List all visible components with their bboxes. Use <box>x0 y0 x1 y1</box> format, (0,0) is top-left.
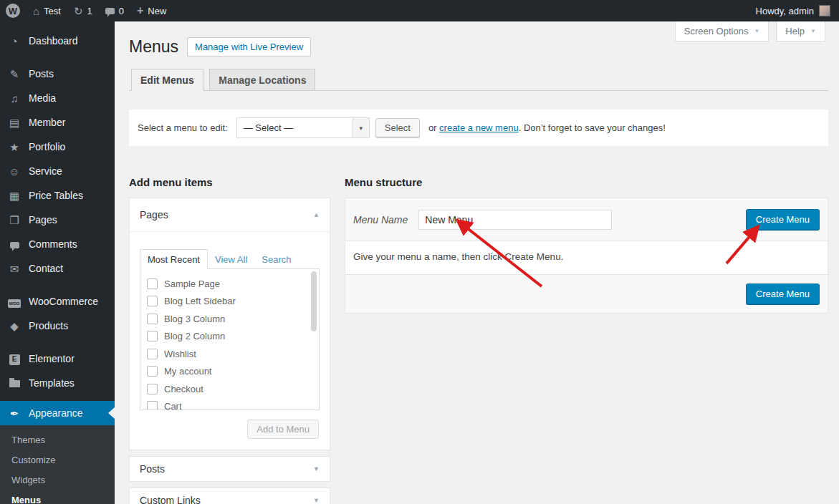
submenu-item-menus[interactable]: Menus <box>0 490 115 504</box>
woocommerce-icon: WOO <box>7 296 21 308</box>
submenu-item-themes[interactable]: Themes <box>0 430 115 450</box>
sidebar-label: Service <box>29 165 62 177</box>
menu-structure-column: Menu structure Menu Name Create Menu Giv… <box>345 176 828 504</box>
submenu-item-widgets[interactable]: Widgets <box>0 470 115 490</box>
sidebar-label: Media <box>29 92 56 104</box>
products-icon: ◆ <box>7 321 21 331</box>
sidebar-item-elementor[interactable]: E Elementor <box>0 346 115 371</box>
checkbox[interactable] <box>147 296 158 306</box>
updates-link[interactable]: ↻ 1 <box>74 6 92 16</box>
page-checkbox-row[interactable]: My account <box>147 363 306 381</box>
sidebar-item-media[interactable]: ♫ Media <box>0 86 115 110</box>
create-menu-button-top[interactable]: Create Menu <box>746 209 820 230</box>
sidebar-item-pages[interactable]: ❐ Pages <box>0 208 115 232</box>
sidebar-item-appearance[interactable]: ✒ Appearance <box>0 401 115 425</box>
checkbox[interactable] <box>147 314 158 324</box>
portfolio-icon: ★ <box>7 142 21 152</box>
sidebar-item-service[interactable]: ☺ Service <box>0 159 115 183</box>
sidebar-item-price-tables[interactable]: ▦ Price Tables <box>0 183 115 208</box>
new-label: New <box>148 6 166 16</box>
screen-options-button[interactable]: Screen Options ▼ <box>675 21 770 42</box>
checkbox[interactable] <box>147 278 158 289</box>
menu-separator <box>0 281 115 289</box>
checkbox[interactable] <box>147 384 158 394</box>
screen-options-label: Screen Options <box>684 26 749 37</box>
admin-bar-left: W ⌂ Test ↻ 1 0 + New <box>6 4 166 18</box>
add-to-menu-button[interactable]: Add to Menu <box>247 420 319 439</box>
create-menu-button-bottom[interactable]: Create Menu <box>746 284 820 304</box>
tab-manage-locations[interactable]: Manage Locations <box>209 69 315 90</box>
site-link[interactable]: ⌂ Test <box>33 6 61 16</box>
sidebar-item-templates[interactable]: Templates <box>0 371 115 395</box>
sidebar-item-posts[interactable]: ✎ Posts <box>0 62 115 86</box>
sidebar-label: Dashboard <box>29 35 78 47</box>
pages-icon: ❐ <box>7 215 21 226</box>
scrollbar-thumb[interactable] <box>311 271 317 331</box>
pages-panel-header[interactable]: Pages ▲ <box>130 198 330 231</box>
wordpress-logo-icon[interactable]: W <box>6 4 20 18</box>
sidebar-item-member[interactable]: ▤ Member <box>0 110 115 135</box>
tab-view-all[interactable]: View All <box>208 250 254 269</box>
posts-panel[interactable]: Posts ▼ <box>129 456 330 482</box>
page-item-label: Sample Page <box>164 278 220 289</box>
reminder-text: . Don’t forget to save your changes! <box>519 122 666 133</box>
menu-select-bar: Select a menu to edit: — Select — ▾ Sele… <box>129 110 828 146</box>
page-checkbox-row[interactable]: Blog 2 Column <box>147 328 306 346</box>
new-content-link[interactable]: + New <box>137 4 166 17</box>
media-icon: ♫ <box>7 93 21 104</box>
select-button[interactable]: Select <box>375 118 420 137</box>
checkbox[interactable] <box>147 401 158 410</box>
comments-link[interactable]: 0 <box>105 6 124 16</box>
main-content: Screen Options ▼ Help ▼ Menus Manage wit… <box>115 21 839 504</box>
help-label: Help <box>785 26 805 37</box>
page-checkbox-row[interactable]: Sample Page <box>147 275 306 293</box>
sidebar-label: Pages <box>29 214 57 226</box>
sidebar-item-woocommerce[interactable]: WOO WooCommerce <box>0 289 115 314</box>
submenu-item-customize[interactable]: Customize <box>0 450 115 470</box>
menu-separator <box>0 338 115 346</box>
custom-links-panel-title: Custom Links <box>140 495 201 504</box>
sidebar-label: Elementor <box>29 353 75 364</box>
menu-select-dropdown[interactable]: — Select — ▾ <box>236 117 370 138</box>
sidebar-label: Member <box>29 117 65 128</box>
custom-links-panel[interactable]: Custom Links ▼ <box>129 488 330 504</box>
sidebar-item-contact[interactable]: ✉ Contact <box>0 256 115 281</box>
page-item-label: Blog 3 Column <box>164 314 225 324</box>
create-new-menu-link[interactable]: create a new menu <box>439 122 519 133</box>
menu-name-input[interactable] <box>418 210 612 230</box>
page-checkbox-row[interactable]: Cart <box>147 398 306 411</box>
sidebar-item-dashboard[interactable]: ◔ Dashboard <box>0 29 115 53</box>
sidebar-item-portfolio[interactable]: ★ Portfolio <box>0 135 115 159</box>
page-checkbox-row[interactable]: Checkout <box>147 380 306 398</box>
appearance-submenu: Themes Customize Widgets Menus <box>0 425 115 504</box>
page-checkbox-row[interactable]: Blog 3 Column <box>147 310 306 328</box>
tab-search[interactable]: Search <box>254 250 298 269</box>
sidebar-label: Posts <box>29 68 54 79</box>
tab-edit-menus[interactable]: Edit Menus <box>131 69 203 91</box>
checkbox[interactable] <box>147 349 158 359</box>
pages-panel-body: Most Recent View All Search Sample Page … <box>130 231 330 450</box>
page-item-label: Checkout <box>164 384 203 394</box>
howdy-text: Howdy, admin <box>756 6 814 16</box>
menu-footer-actions: Create Menu <box>345 274 828 313</box>
sidebar-item-products[interactable]: ◆ Products <box>0 314 115 338</box>
page-checkbox-row[interactable]: Wishlist <box>147 345 306 363</box>
posts-panel-title: Posts <box>140 463 165 475</box>
help-button[interactable]: Help ▼ <box>776 21 825 42</box>
add-menu-items-column: Add menu items Pages ▲ Most Recent View … <box>129 176 330 504</box>
pushpin-icon: ✎ <box>7 69 21 79</box>
page-checkbox-row[interactable]: Blog Left Sidebar <box>147 293 306 311</box>
sidebar-item-comments[interactable]: Comments <box>0 232 115 256</box>
manage-live-preview-button[interactable]: Manage with Live Preview <box>187 37 311 57</box>
admin-bar: W ⌂ Test ↻ 1 0 + New Howdy, admin <box>0 0 839 21</box>
admin-bar-account[interactable]: Howdy, admin <box>756 5 830 16</box>
pages-tabs: Most Recent View All Search <box>140 249 320 269</box>
menu-name-label: Menu Name <box>353 214 408 226</box>
menu-helper-text: Give your menu a name, then click Create… <box>345 241 828 274</box>
checkbox[interactable] <box>147 331 158 341</box>
tab-most-recent[interactable]: Most Recent <box>140 249 208 270</box>
tabs-bar: Edit Menus Manage Locations <box>129 68 828 91</box>
checkbox[interactable] <box>147 366 158 377</box>
brush-icon: ✒ <box>7 408 21 419</box>
updates-count: 1 <box>87 6 92 16</box>
